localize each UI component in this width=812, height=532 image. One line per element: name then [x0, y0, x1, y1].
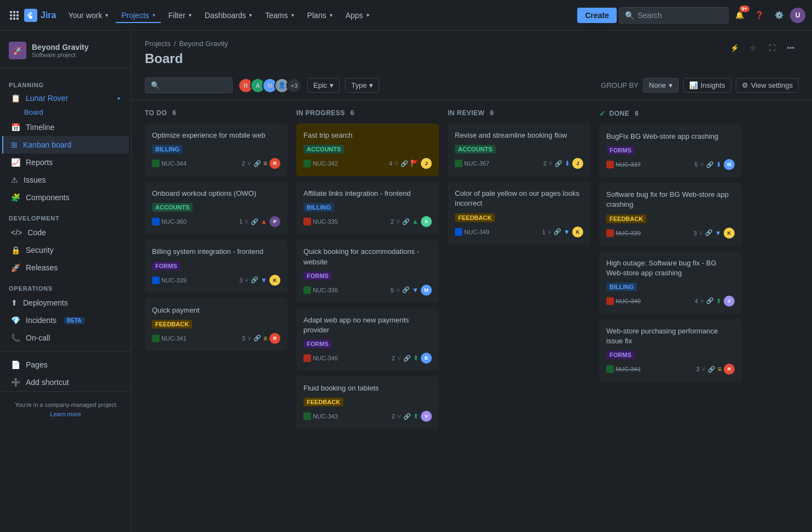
card-tag: BILLING [303, 203, 334, 212]
card-tag: FEEDBACK [303, 398, 343, 406]
jira-logo-text: Jira [41, 10, 56, 20]
card[interactable]: High outage: Software bug fix - BG Web-s… [599, 251, 742, 314]
card[interactable]: Revise and streamline booking flow ACCOU… [448, 123, 590, 176]
card-id: NUC-360 [152, 218, 187, 225]
sidebar-item-oncall[interactable]: 📞 On-call [2, 329, 129, 347]
sidebar-item-incidents[interactable]: 💎 Incidents BETA [2, 312, 129, 329]
card[interactable]: Fast trip search ACCOUNTS NUC-342 4 ⑂ 🔗 … [296, 123, 439, 176]
card[interactable]: Affiliate links integration - frontend B… [296, 182, 439, 234]
column-count: 6 [172, 109, 176, 117]
card-story-points: 4 [695, 298, 698, 304]
settings-button[interactable]: ⚙️ [770, 7, 788, 24]
nav-dashboards[interactable]: Dashboards ▾ [199, 8, 258, 23]
chevron-down-icon: ▾ [330, 81, 334, 89]
sidebar-item-issues[interactable]: ⚠ Issues [2, 171, 129, 189]
card-story-points: 2 [392, 355, 395, 361]
card-meta: 5 ⑂ 🔗 ▼ M [391, 285, 432, 296]
help-icon: ❓ [755, 11, 764, 19]
sidebar-item-components[interactable]: 🧩 Components [2, 189, 129, 206]
sidebar-item-code[interactable]: </> Code [2, 224, 129, 241]
project-name: Beyond Gravity [32, 43, 122, 52]
card-meta: 5 ⑂ 🔗 ⬇ M [695, 159, 735, 170]
breadcrumb-project[interactable]: Beyond Gravity [179, 39, 228, 48]
card[interactable]: Color of pale yellow on our pages looks … [448, 182, 590, 244]
card-id: NUC-341 [606, 365, 641, 373]
sidebar-item-pages[interactable]: 📄 Pages [2, 356, 129, 373]
epic-filter[interactable]: Epic ▾ [307, 78, 340, 93]
sidebar-item-security[interactable]: 🔒 Security [2, 241, 129, 259]
type-filter[interactable]: Type ▾ [345, 78, 379, 93]
card-assignee-avatar: A [421, 216, 432, 227]
star-button[interactable]: ☆ [745, 39, 762, 56]
sidebar-item-kanban[interactable]: ⊞ Kanban board [2, 136, 129, 154]
nav-filter[interactable]: Filter ▾ [163, 8, 197, 23]
card-assignee-avatar: K [724, 228, 735, 239]
sidebar-board-label[interactable]: Board [0, 106, 131, 118]
card[interactable]: Onboard workout options (OWO) ACCOUNTS N… [145, 182, 287, 234]
page-title: Board [145, 51, 228, 66]
card[interactable]: Fluid booking on tablets FEEDBACK NUC-34… [296, 376, 439, 429]
priority-icon: ▼ [412, 286, 419, 294]
card-id-text: NUC-344 [161, 160, 187, 167]
card-story-points: 2 [392, 413, 395, 420]
nav-projects[interactable]: Projects ▾ [116, 8, 161, 23]
fullscreen-button[interactable]: ⛶ [764, 39, 780, 56]
card-type-icon [606, 161, 614, 168]
linked-issues-icon: 🔗 [705, 229, 713, 236]
column-count: 6 [490, 109, 494, 117]
breadcrumb: Projects / Beyond Gravity [145, 39, 228, 48]
user-avatar[interactable]: U [790, 8, 805, 23]
search-box[interactable]: 🔍 Search [619, 7, 729, 24]
linked-issues-icon: 🔗 [708, 366, 715, 373]
apps-grid-button[interactable] [7, 8, 22, 23]
notification-button[interactable]: 🔔 9+ [731, 7, 748, 24]
more-options-button[interactable]: ••• [782, 39, 799, 56]
group-by-label: GROUP BY [601, 81, 638, 89]
child-issues-icon: ⑂ [699, 230, 703, 236]
column-count: 6 [351, 109, 354, 117]
card-story-points: 2 [543, 160, 546, 167]
card[interactable]: Quick payment FEEDBACK NUC-341 3 ⑂ 🔗 ≡ R [145, 298, 287, 351]
learn-more-link[interactable]: Learn more [50, 411, 81, 417]
more-avatars[interactable]: +3 [286, 78, 302, 93]
card-type-icon [606, 297, 614, 305]
help-button[interactable]: ❓ [751, 7, 768, 24]
nav-teams[interactable]: Teams ▾ [260, 8, 299, 23]
sidebar-item-reports[interactable]: 📈 Reports [2, 154, 129, 171]
sidebar-item-timeline[interactable]: 📅 Timeline [2, 118, 129, 136]
chevron-down-icon: ▾ [330, 12, 332, 18]
card[interactable]: Adapt web app no new payments provider F… [296, 308, 439, 371]
group-by-select[interactable]: None ▾ [643, 78, 679, 93]
jira-logo[interactable]: Jira [24, 9, 56, 22]
card[interactable]: Quick booking for accommodations - websi… [296, 240, 439, 302]
linked-issues-icon: 🔗 [253, 160, 261, 167]
settings-icon: ⚙ [742, 81, 748, 89]
card-id: NUC-342 [303, 160, 338, 167]
priority-icon: ⬆ [413, 412, 419, 420]
sidebar-item-lunar-rover[interactable]: 📋 Lunar Rover ▾ [2, 90, 129, 106]
insights-button[interactable]: 📊 Insights [683, 78, 731, 93]
card[interactable]: Optimize experience for mobile web BILLI… [145, 123, 287, 176]
sidebar-item-deployments[interactable]: ⬆ Deployments [2, 294, 129, 312]
card[interactable]: BugFix BG Web-store app crashing FORMS N… [599, 124, 742, 177]
sidebar-item-releases[interactable]: 🚀 Releases [2, 259, 129, 276]
reports-icon: 📈 [11, 158, 20, 167]
nav-your-work[interactable]: Your work ▾ [63, 8, 114, 23]
board-search[interactable]: 🔍 [145, 77, 233, 93]
sidebar-item-add-shortcut[interactable]: ➕ Add shortcut [2, 373, 129, 391]
card[interactable]: Web-store purchasing performance issue f… [599, 319, 742, 382]
card-tag: FORMS [152, 262, 181, 270]
nav-apps[interactable]: Apps ▾ [340, 8, 375, 23]
nav-plans[interactable]: Plans ▾ [302, 8, 338, 23]
card-tag: FORMS [606, 146, 635, 155]
breadcrumb-projects[interactable]: Projects [145, 39, 171, 48]
child-issues-icon: ⑂ [394, 160, 398, 167]
card-title: Quick booking for accommodations - websi… [303, 247, 432, 267]
card[interactable]: Software bug fix for BG Web-store app cr… [599, 183, 742, 245]
create-button[interactable]: Create [577, 8, 617, 23]
card[interactable]: Billing system integration - frontend FO… [145, 240, 287, 292]
card-meta: 3 ⑂ 🔗 ≡ R [242, 333, 280, 344]
lightning-button[interactable]: ⚡ [726, 39, 743, 56]
linked-issues-icon: 🔗 [554, 228, 561, 235]
view-settings-button[interactable]: ⚙ View settings [736, 78, 799, 93]
